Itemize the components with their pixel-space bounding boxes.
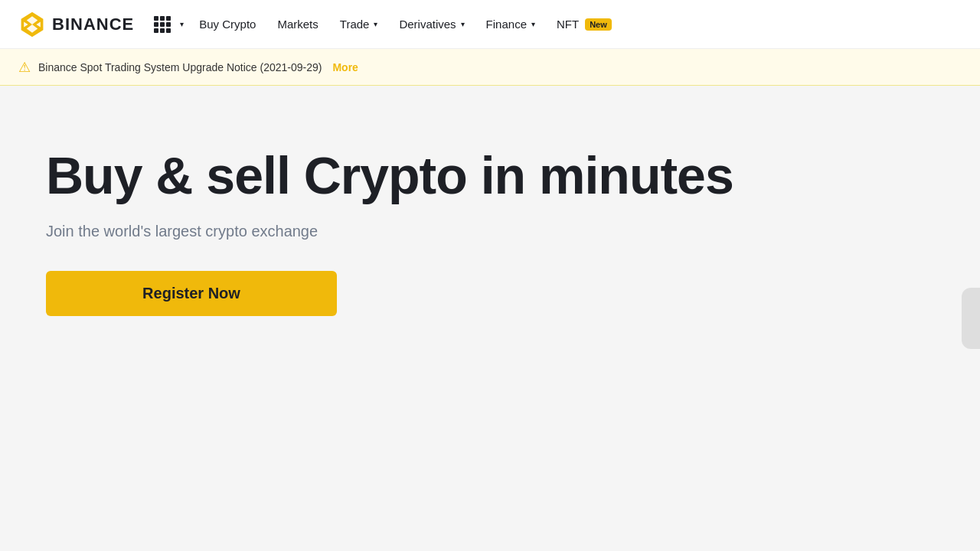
apps-grid-button[interactable] xyxy=(149,13,175,36)
scroll-indicator xyxy=(962,288,980,349)
nft-new-badge: New xyxy=(585,18,612,31)
logo-text: BINANCE xyxy=(52,15,134,34)
nav-nft[interactable]: NFT New xyxy=(547,11,621,37)
notice-text: Binance Spot Trading System Upgrade Noti… xyxy=(38,61,322,73)
warning-icon: ⚠ xyxy=(18,59,31,76)
logo-area: BINANCE xyxy=(18,11,134,38)
navbar: BINANCE ▾ Buy Crypto Markets Trade De xyxy=(0,0,980,49)
hero-title: Buy & sell Crypto in minutes xyxy=(46,147,735,204)
nav-finance[interactable]: Finance xyxy=(477,11,544,37)
hero-subtitle: Join the world's largest crypto exchange xyxy=(46,223,934,240)
notice-bar: ⚠ Binance Spot Trading System Upgrade No… xyxy=(0,49,980,86)
nav-trade[interactable]: Trade xyxy=(331,11,387,37)
binance-logo-icon xyxy=(18,11,46,38)
nav-buy-crypto[interactable]: Buy Crypto xyxy=(190,11,265,37)
nav-derivatives[interactable]: Derivatives xyxy=(390,11,473,37)
grid-dots-icon xyxy=(154,16,171,33)
nav-markets[interactable]: Markets xyxy=(268,11,327,37)
notice-more-link[interactable]: More xyxy=(332,61,358,73)
register-now-button[interactable]: Register Now xyxy=(46,271,337,316)
hero-section: Buy & sell Crypto in minutes Join the wo… xyxy=(0,86,980,551)
nav-links: Buy Crypto Markets Trade Derivatives Fin… xyxy=(190,11,621,37)
grid-dropdown-arrow: ▾ xyxy=(180,20,184,28)
